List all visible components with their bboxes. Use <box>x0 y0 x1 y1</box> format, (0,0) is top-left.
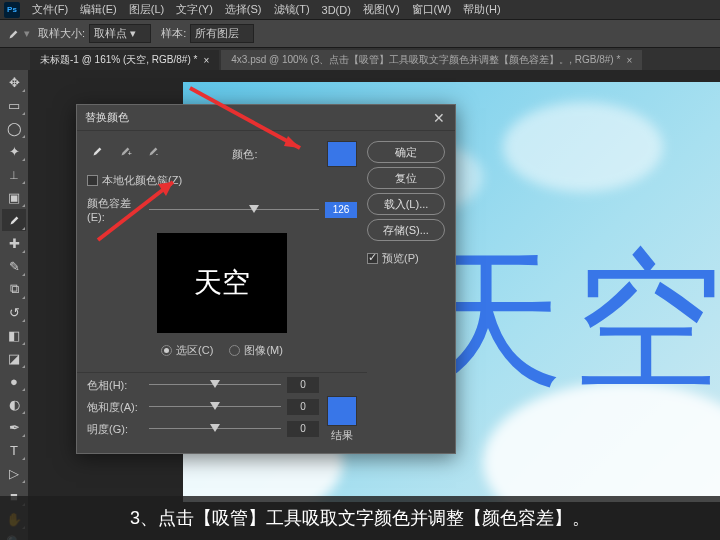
menubar: Ps 文件(F) 编辑(E) 图层(L) 文字(Y) 选择(S) 滤镜(T) 3… <box>0 0 720 20</box>
hue-value[interactable]: 0 <box>287 377 319 393</box>
saturation-slider[interactable] <box>149 400 281 414</box>
dialog-titlebar[interactable]: 替换颜色 ✕ <box>77 105 455 131</box>
hue-label: 色相(H): <box>87 378 143 393</box>
menu-edit[interactable]: 编辑(E) <box>74 2 123 17</box>
move-tool[interactable]: ✥ <box>2 71 26 93</box>
sample-size-label: 取样大小: <box>38 26 85 41</box>
eyedropper-tool-icon <box>6 27 20 41</box>
selection-preview: 天空 <box>157 233 287 333</box>
menu-file[interactable]: 文件(F) <box>26 2 74 17</box>
eyedropper-add-icon[interactable]: + <box>115 142 135 160</box>
menu-view[interactable]: 视图(V) <box>357 2 406 17</box>
canvas-text: 天空 <box>413 222 720 424</box>
hue-slider[interactable] <box>149 378 281 392</box>
eyedropper-tool[interactable] <box>2 209 26 231</box>
marquee-tool[interactable]: ▭ <box>2 94 26 116</box>
eraser-tool[interactable]: ◧ <box>2 324 26 346</box>
tutorial-caption: 3、点击【吸管】工具吸取文字颜色并调整【颜色容差】。 <box>0 496 720 540</box>
save-button[interactable]: 存储(S)... <box>367 219 445 241</box>
menu-type[interactable]: 文字(Y) <box>170 2 219 17</box>
result-label: 结果 <box>327 428 357 443</box>
load-button[interactable]: 载入(L)... <box>367 193 445 215</box>
eyedropper-icon[interactable] <box>87 142 107 160</box>
localize-checkbox[interactable] <box>87 175 98 186</box>
dodge-tool[interactable]: ◐ <box>2 393 26 415</box>
ok-button[interactable]: 确定 <box>367 141 445 163</box>
heal-tool[interactable]: ✚ <box>2 232 26 254</box>
tools-panel: ✥ ▭ ◯ ✦ ⟂ ▣ ✚ ✎ ⧉ ↺ ◧ ◪ ● ◐ ✒ T ▷ ■ ✋ 🔍 … <box>0 70 28 540</box>
menu-help[interactable]: 帮助(H) <box>457 2 506 17</box>
tab-doc-1[interactable]: 未标题-1 @ 161% (天空, RGB/8#) *× <box>30 50 219 70</box>
sample-label: 样本: <box>161 26 186 41</box>
wand-tool[interactable]: ✦ <box>2 140 26 162</box>
lightness-slider[interactable] <box>149 422 281 436</box>
path-tool[interactable]: ▷ <box>2 462 26 484</box>
stamp-tool[interactable]: ⧉ <box>2 278 26 300</box>
close-icon[interactable]: ✕ <box>431 110 447 126</box>
tab-doc-2[interactable]: 4x3.psd @ 100% (3、点击【吸管】工具吸取文字颜色并调整【颜色容差… <box>221 50 642 70</box>
sample-size-select[interactable]: 取样点 ▾ <box>89 24 151 43</box>
menu-select[interactable]: 选择(S) <box>219 2 268 17</box>
pen-tool[interactable]: ✒ <box>2 416 26 438</box>
lightness-value[interactable]: 0 <box>287 421 319 437</box>
radio-image[interactable]: 图像(M) <box>229 343 283 358</box>
blur-tool[interactable]: ● <box>2 370 26 392</box>
radio-selection[interactable]: 选区(C) <box>161 343 213 358</box>
saturation-value[interactable]: 0 <box>287 399 319 415</box>
localize-label: 本地化颜色簇(Z) <box>102 173 182 188</box>
history-brush-tool[interactable]: ↺ <box>2 301 26 323</box>
brush-tool[interactable]: ✎ <box>2 255 26 277</box>
menu-3d[interactable]: 3D(D) <box>316 4 357 16</box>
app-logo: Ps <box>4 2 20 18</box>
dialog-title: 替换颜色 <box>85 110 129 125</box>
color-label: 颜色: <box>232 147 257 162</box>
menu-filter[interactable]: 滤镜(T) <box>268 2 316 17</box>
type-tool[interactable]: T <box>2 439 26 461</box>
preview-checkbox[interactable] <box>367 253 378 264</box>
svg-text:+: + <box>128 150 132 157</box>
fuzziness-slider[interactable] <box>149 203 319 217</box>
fuzziness-value[interactable]: 126 <box>325 202 357 218</box>
menu-window[interactable]: 窗口(W) <box>406 2 458 17</box>
saturation-label: 饱和度(A): <box>87 400 143 415</box>
options-bar: ▾ 取样大小: 取样点 ▾ 样本: 所有图层 <box>0 20 720 48</box>
frame-tool[interactable]: ▣ <box>2 186 26 208</box>
result-swatch[interactable] <box>327 396 357 426</box>
fuzziness-label: 颜色容差(E): <box>87 196 143 223</box>
svg-text:-: - <box>156 150 159 157</box>
replace-color-dialog: 替换颜色 ✕ + - 颜色: 本地化颜色簇(Z) 颜色容差(E): 126 <box>76 104 456 454</box>
close-icon[interactable]: × <box>626 55 632 66</box>
color-swatch[interactable] <box>327 141 357 167</box>
crop-tool[interactable]: ⟂ <box>2 163 26 185</box>
eyedropper-sub-icon[interactable]: - <box>143 142 163 160</box>
cancel-button[interactable]: 复位 <box>367 167 445 189</box>
close-icon[interactable]: × <box>203 55 209 66</box>
menu-layer[interactable]: 图层(L) <box>123 2 170 17</box>
lightness-label: 明度(G): <box>87 422 143 437</box>
sample-select[interactable]: 所有图层 <box>190 24 254 43</box>
gradient-tool[interactable]: ◪ <box>2 347 26 369</box>
document-tabs: 未标题-1 @ 161% (天空, RGB/8#) *× 4x3.psd @ 1… <box>0 48 720 70</box>
preview-label: 预览(P) <box>382 251 419 266</box>
lasso-tool[interactable]: ◯ <box>2 117 26 139</box>
